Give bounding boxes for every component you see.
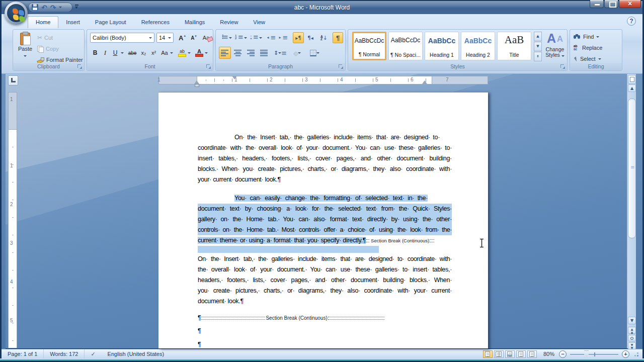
borders-button[interactable] (307, 47, 321, 59)
style-no-spacing[interactable]: AaBbCcDc ¶ No Spaci... (388, 32, 423, 60)
clipboard-dialog-launcher-icon[interactable] (77, 64, 83, 69)
document-text[interactable]: On· the· Insert· tab,· the· galleries· i… (198, 132, 452, 348)
shrink-font-button[interactable] (189, 32, 199, 43)
style-normal[interactable]: AaBbCcDc ¶ Normal (352, 32, 386, 60)
language-status[interactable]: English (United States) (102, 349, 171, 358)
left-to-right-button[interactable] (293, 32, 304, 43)
font-color-dropdown-icon[interactable] (204, 47, 208, 59)
page-count-status[interactable]: Page: 1 of 1 (2, 349, 44, 358)
zoom-slider[interactable] (570, 350, 618, 358)
zoom-slider-thumb[interactable] (584, 351, 589, 357)
styles-scroll-up-icon[interactable]: ▲ (534, 32, 542, 41)
align-left-button[interactable] (219, 47, 231, 59)
tab-selector-button[interactable] (8, 75, 18, 85)
highlight-dropdown-icon[interactable] (187, 47, 191, 59)
increase-indent-button[interactable] (278, 32, 289, 43)
zoom-out-icon[interactable]: − (559, 350, 567, 358)
replace-button[interactable]: Replace (574, 43, 602, 52)
customize-qat-icon[interactable] (74, 5, 80, 11)
styles-gallery-expand-icon[interactable]: ⇟ (534, 52, 542, 61)
select-button[interactable]: Select (574, 54, 601, 63)
close-button[interactable] (619, 0, 641, 8)
decrease-indent-button[interactable] (266, 32, 277, 43)
paragraph-dialog-launcher-icon[interactable] (339, 64, 344, 69)
style-heading2[interactable]: AaBbCc Heading 2 (461, 32, 495, 60)
office-button[interactable] (5, 2, 28, 25)
copy-button[interactable]: Copy (37, 44, 59, 54)
right-to-left-button[interactable] (305, 32, 316, 43)
multilevel-list-button[interactable] (249, 32, 263, 43)
hanging-indent-marker[interactable] (194, 80, 199, 84)
paste-button[interactable]: Paste (16, 31, 35, 63)
font-dialog-launcher-icon[interactable] (206, 64, 211, 69)
cut-button[interactable]: ✂ Cut (37, 33, 53, 43)
draft-view-button[interactable] (527, 350, 537, 358)
line-spacing-button[interactable] (273, 47, 287, 59)
tab-home[interactable]: Home (28, 16, 58, 28)
previous-page-icon[interactable]: ▲▲ (628, 327, 636, 334)
tab-references[interactable]: References (134, 17, 177, 28)
minimize-button[interactable] (590, 0, 604, 8)
right-indent-marker[interactable] (422, 80, 427, 84)
help-icon[interactable]: ? (627, 17, 636, 26)
underline-button[interactable] (110, 47, 120, 59)
redo-dropdown-icon[interactable] (59, 7, 62, 8)
save-icon[interactable] (32, 4, 38, 11)
scroll-down-icon[interactable]: ▼ (628, 317, 636, 324)
zoom-level[interactable]: 80% (543, 351, 554, 357)
style-heading1[interactable]: AaBbCc Heading 1 (425, 32, 459, 60)
proofing-status[interactable]: ✓ (85, 349, 101, 358)
zoom-in-icon[interactable]: + (622, 350, 629, 358)
bold-button[interactable] (90, 47, 100, 59)
font-name-combo[interactable]: Calibri (Body) (90, 33, 154, 43)
tab-view[interactable]: View (246, 17, 273, 28)
document-page[interactable]: On· the· Insert· tab,· the· galleries· i… (158, 92, 488, 348)
show-hide-pilcrow-button[interactable] (333, 32, 343, 43)
superscript-button[interactable] (149, 47, 158, 59)
scrollbar-thumb[interactable] (628, 99, 636, 238)
full-screen-reading-button[interactable] (494, 350, 504, 358)
font-size-combo[interactable]: 14 (156, 33, 174, 43)
align-center-button[interactable] (232, 47, 244, 59)
change-case-button[interactable] (159, 47, 170, 59)
web-layout-button[interactable] (505, 350, 515, 358)
ruler-toggle-button[interactable] (628, 75, 636, 84)
underline-dropdown-icon[interactable] (120, 47, 124, 59)
grow-font-button[interactable] (177, 32, 188, 43)
style-title[interactable]: AaB Title (497, 32, 531, 60)
subscript-button[interactable] (139, 47, 148, 59)
font-color-button[interactable] (194, 47, 205, 59)
tab-review[interactable]: Review (212, 17, 246, 28)
clear-formatting-button[interactable] (201, 32, 215, 43)
select-browse-object-icon[interactable] (628, 335, 636, 341)
redo-icon[interactable]: ↷ (50, 4, 56, 11)
shading-button[interactable] (290, 47, 304, 59)
sort-button[interactable] (318, 32, 330, 43)
outline-view-button[interactable] (516, 350, 526, 358)
bullets-button[interactable] (219, 32, 232, 43)
scroll-up-icon[interactable]: ▲ (628, 84, 636, 92)
vertical-scrollbar[interactable]: ▲ ▼ ▲▲ ▼▼ (627, 74, 636, 348)
text-highlight-button[interactable] (177, 47, 188, 59)
print-layout-view-button[interactable] (483, 350, 493, 358)
styles-scroll-down-icon[interactable]: ▼ (534, 42, 542, 51)
change-styles-button[interactable]: Change Styles (544, 31, 566, 62)
change-case-dropdown-icon[interactable] (170, 47, 174, 59)
justify-button[interactable] (258, 47, 270, 59)
maximize-button[interactable] (604, 0, 618, 8)
italic-button[interactable] (101, 47, 110, 59)
resize-grip[interactable] (633, 351, 639, 357)
left-indent-marker[interactable] (195, 84, 199, 87)
tab-page-layout[interactable]: Page Layout (88, 17, 134, 28)
strikethrough-button[interactable] (126, 47, 138, 59)
numbering-button[interactable] (234, 32, 248, 43)
styles-dialog-launcher-icon[interactable] (560, 64, 566, 69)
align-right-button[interactable] (245, 47, 257, 59)
tab-mailings[interactable]: Mailings (177, 17, 212, 28)
tab-insert[interactable]: Insert (58, 17, 88, 28)
first-line-indent-marker[interactable] (232, 76, 237, 79)
next-page-icon[interactable]: ▼▼ (628, 342, 636, 349)
paste-dropdown-icon[interactable] (24, 55, 27, 57)
undo-icon[interactable]: ↶ (41, 4, 47, 11)
find-button[interactable]: Find (574, 32, 599, 41)
